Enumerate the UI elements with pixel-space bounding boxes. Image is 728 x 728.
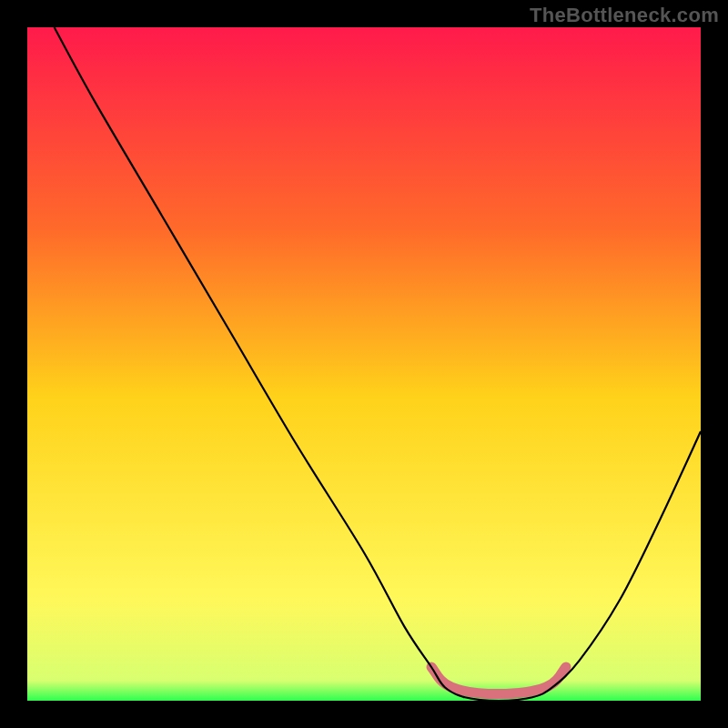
bottleneck-chart (27, 27, 701, 701)
gradient-background (27, 27, 701, 701)
watermark-text: TheBottleneck.com (530, 4, 719, 27)
plot-area (27, 27, 701, 701)
chart-frame: TheBottleneck.com (0, 0, 728, 728)
